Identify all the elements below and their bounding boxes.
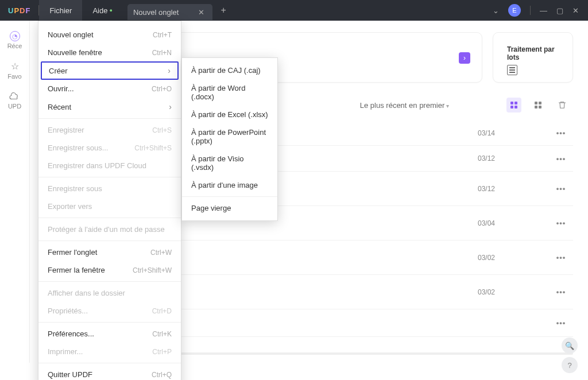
menu-item[interactable]: Quitter UPDFCtrl+Q	[38, 366, 181, 380]
menu-file[interactable]: Fichier	[39, 0, 82, 21]
menu-item: Enregistrer dans UPDF Cloud	[38, 157, 181, 175]
menu-item[interactable]: Créer›	[41, 61, 179, 80]
menu-item: Afficher dans le dossier	[38, 284, 181, 302]
sidebar-item-favorites[interactable]: ☆ Favo	[7, 61, 21, 80]
menu-item[interactable]: Ouvrir...Ctrl+O	[38, 80, 181, 98]
clock-icon: ◔	[10, 31, 20, 41]
avatar[interactable]: E	[508, 4, 521, 17]
file-date: 03/02	[478, 254, 552, 262]
submenu-item[interactable]: À partir de Word (.docx)	[182, 79, 277, 106]
search-float-button[interactable]: 🔍	[562, 338, 578, 354]
more-icon[interactable]: •••	[552, 319, 570, 327]
close-icon[interactable]: ✕	[572, 6, 579, 15]
cloud-icon	[9, 91, 20, 102]
sidebar-item-cloud[interactable]: UPD	[8, 91, 21, 110]
tab-new[interactable]: Nouvel onglet ✕	[127, 4, 213, 20]
minimize-icon[interactable]: —	[540, 6, 547, 15]
trash-icon[interactable]	[555, 98, 570, 113]
menu-item: Exporter vers	[38, 197, 181, 215]
sidebar: ◔ Réce ☆ Favo UPD	[0, 21, 30, 363]
help-float-button[interactable]: ?	[562, 357, 578, 373]
menu-item: Protéger à l'aide d'un mot de passe	[38, 220, 181, 238]
more-icon[interactable]: •••	[552, 219, 570, 227]
file-date: 03/12	[478, 185, 552, 193]
submenu-item[interactable]: Page vierge	[182, 199, 277, 217]
menu-help[interactable]: Aide●	[82, 0, 122, 21]
create-submenu: À partir de CAJ (.caj)À partir de Word (…	[181, 57, 278, 221]
sort-dropdown[interactable]: Le plus récent en premier	[360, 101, 449, 110]
more-icon[interactable]: •••	[552, 288, 570, 296]
menu-item[interactable]: Nouvel ongletCtrl+T	[38, 26, 181, 44]
close-tab-icon[interactable]: ✕	[196, 8, 207, 17]
file-date: 03/02	[478, 288, 552, 296]
batch-icon	[507, 65, 517, 75]
submenu-item[interactable]: À partir de CAJ (.caj)	[182, 61, 277, 79]
view-grid-icon[interactable]	[531, 98, 546, 113]
star-icon: ☆	[11, 61, 19, 72]
submenu-item[interactable]: À partir de Excel (.xlsx)	[182, 106, 277, 123]
menu-item[interactable]: Nouvelle fenêtreCtrl+N	[38, 44, 181, 61]
menu-item[interactable]: Récent›	[38, 98, 181, 116]
more-icon[interactable]: •••	[552, 129, 570, 137]
open-arrow-icon[interactable]: ›	[459, 52, 470, 64]
batch-title: Traitement par lots	[507, 45, 559, 61]
menu-item: Enregistrer sous...Ctrl+Shift+S	[38, 139, 181, 157]
menu-item: Propriétés...Ctrl+D	[38, 302, 181, 320]
logo: UPDF	[0, 6, 38, 15]
file-date: 03/14	[478, 129, 552, 137]
chevron-right-icon: ›	[168, 66, 171, 75]
menu-item: Enregistrer sous	[38, 180, 181, 197]
new-tab-button[interactable]: +	[212, 5, 234, 15]
chevron-right-icon: ›	[169, 102, 172, 111]
maximize-icon[interactable]: ▢	[556, 6, 563, 15]
submenu-item[interactable]: À partir de Visio (.vsdx)	[182, 150, 277, 176]
submenu-item[interactable]: À partir de PowerPoint (.pptx)	[182, 123, 277, 150]
more-icon[interactable]: •••	[552, 253, 570, 262]
tab-label: Nouvel onglet	[133, 8, 179, 17]
more-icon[interactable]: •••	[552, 154, 570, 163]
menu-item[interactable]: Fermer l'ongletCtrl+W	[38, 243, 181, 261]
batch-card[interactable]: Traitement par lots	[493, 32, 573, 83]
sidebar-item-recent[interactable]: ◔ Réce	[7, 31, 22, 49]
menu-item: EnregistrerCtrl+S	[38, 121, 181, 139]
titlebar: UPDF Fichier Aide● Nouvel onglet ✕ + ⌄ E…	[0, 0, 588, 21]
file-date: 03/12	[478, 154, 552, 162]
more-icon[interactable]: •••	[552, 184, 570, 193]
menu-item[interactable]: Préférences...Ctrl+K	[38, 325, 181, 343]
file-menu-dropdown: Nouvel ongletCtrl+TNouvelle fenêtreCtrl+…	[38, 21, 181, 380]
view-list-icon[interactable]	[506, 98, 521, 113]
file-date: 03/04	[478, 219, 552, 227]
submenu-item[interactable]: À partir d'une image	[182, 176, 277, 194]
menu-item: Imprimer...Ctrl+P	[38, 343, 181, 360]
chevron-down-icon[interactable]: ⌄	[493, 6, 499, 15]
menu-item[interactable]: Fermer la fenêtreCtrl+Shift+W	[38, 261, 181, 279]
